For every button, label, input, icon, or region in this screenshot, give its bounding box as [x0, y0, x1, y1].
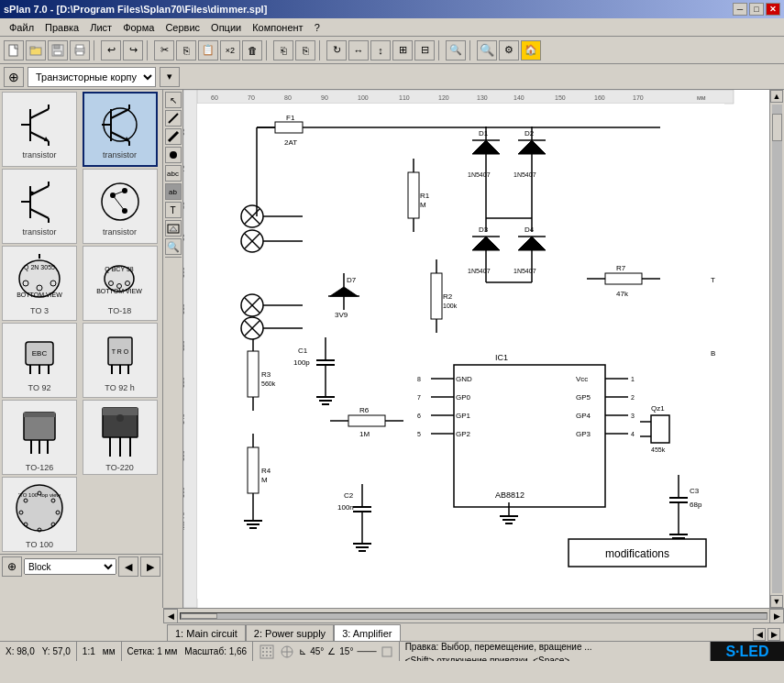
scroll-up-button[interactable]: ▲ — [770, 90, 783, 103]
tab-scroll-left[interactable]: ◀ — [753, 628, 766, 641]
ungroup-button[interactable]: ⊟ — [414, 40, 435, 61]
component-transistor-2[interactable]: transistor — [83, 92, 158, 167]
search-button[interactable]: 🔍 — [446, 40, 466, 61]
svg-text:T: T — [711, 276, 715, 284]
svg-text:70: 70 — [183, 165, 185, 172]
canvas-area[interactable]: 60 70 80 90 100 110 120 130 140 150 160 … — [183, 90, 784, 608]
minimize-button[interactable]: ─ — [733, 3, 747, 16]
repeat-button[interactable]: ×2 — [220, 40, 240, 61]
mirror-button[interactable]: ↔ — [348, 40, 369, 61]
zoom-in-button[interactable]: 🔍 — [477, 40, 497, 61]
print-button[interactable] — [70, 40, 90, 61]
menubar: Файл Правка Лист Форма Сервис Опции Комп… — [0, 18, 784, 37]
save-button[interactable] — [48, 40, 68, 61]
copy-button[interactable]: ⎘ — [176, 40, 196, 61]
open-button[interactable] — [26, 40, 46, 61]
vertical-scrollbar[interactable]: ▲ ▼ — [769, 90, 784, 608]
svg-text:Q  BCY 58: Q BCY 58 — [105, 266, 133, 273]
component-transistor-1[interactable]: transistor — [2, 92, 77, 167]
tab-amplifier[interactable]: 3: Amplifier — [334, 624, 400, 641]
svg-text:R4: R4 — [261, 467, 271, 475]
component-transistor-3[interactable]: transistor — [2, 169, 77, 244]
new-button[interactable] — [4, 40, 24, 61]
scroll-left-button[interactable]: ◀ — [163, 609, 178, 623]
svg-text:T R O: T R O — [111, 348, 128, 355]
menu-edit[interactable]: Правка — [39, 20, 84, 35]
junction-tool[interactable] — [165, 147, 182, 163]
scroll-right-button[interactable]: ▶ — [769, 609, 784, 623]
tab-main-circuit[interactable]: 1: Main circuit — [167, 624, 246, 641]
bus-tool[interactable] — [165, 128, 182, 145]
tab-scroll-right[interactable]: ▶ — [767, 628, 780, 641]
component-to126[interactable]: TO-126 — [2, 400, 77, 475]
component-selector[interactable]: Транзисторные корпуса — [28, 67, 156, 87]
scroll-down-button[interactable]: ▼ — [770, 595, 783, 608]
menu-service[interactable]: Сервис — [160, 20, 205, 35]
settings-button[interactable]: ⚙ — [499, 40, 519, 61]
label2-tool[interactable]: ab — [165, 183, 182, 200]
component-to100[interactable]: 'TO 100' top view TO 100 — [2, 477, 77, 552]
label-tool[interactable]: abc — [165, 165, 182, 182]
close-button[interactable]: ✕ — [766, 3, 780, 16]
svg-line-17 — [111, 109, 129, 118]
select-tool[interactable]: ↖ — [165, 92, 182, 108]
panel-right-button[interactable]: ▶ — [140, 556, 160, 577]
wire-tool[interactable] — [165, 110, 182, 127]
svg-point-288 — [262, 655, 264, 656]
scale-value: Масштаб: 1,66 — [184, 646, 247, 656]
component-to92h[interactable]: T R O TO 92 h — [83, 323, 158, 398]
svg-rect-5 — [54, 51, 61, 55]
scroll-thumb-h[interactable] — [181, 613, 217, 619]
panel-selector[interactable]: Block — [24, 558, 116, 575]
panel-left-button[interactable]: ◀ — [118, 556, 138, 577]
main-area: transistor transistor — [0, 90, 784, 608]
tab-power-supply[interactable]: 2: Power supply — [246, 624, 334, 641]
undo-button[interactable]: ↩ — [101, 40, 121, 61]
zoom-tool[interactable]: 🔍 — [165, 238, 182, 255]
rotate-button[interactable]: ↻ — [326, 40, 347, 61]
add-component-button[interactable]: ⊕ — [4, 67, 24, 87]
maximize-button[interactable]: □ — [749, 3, 764, 16]
hint-text: Правка: Выбор, перемещение, вращение ... — [405, 642, 592, 652]
scroll-thumb-v[interactable] — [772, 114, 782, 141]
delete-button[interactable]: 🗑 — [242, 40, 262, 61]
image-tool[interactable] — [165, 220, 182, 237]
paste-button[interactable]: 📋 — [198, 40, 218, 61]
component-transistor-4[interactable]: transistor — [83, 169, 158, 244]
scroll-track-v — [772, 105, 782, 593]
component-to18[interactable]: Q BCY 58 BOTTOM VIEW TO-18 — [83, 246, 158, 321]
svg-text:4: 4 — [631, 431, 635, 437]
menu-options[interactable]: Опции — [205, 20, 247, 35]
menu-component[interactable]: Компонент — [247, 20, 308, 35]
paste2-button[interactable]: ⎘ — [295, 40, 315, 61]
schematic-svg: 60 70 80 90 100 110 120 130 140 150 160 … — [183, 90, 784, 608]
group-button[interactable]: ⊞ — [392, 40, 413, 61]
flip-button[interactable]: ↕ — [370, 40, 391, 61]
svg-text:70: 70 — [248, 94, 255, 101]
svg-rect-8 — [76, 51, 83, 55]
svg-text:D3: D3 — [479, 226, 489, 234]
svg-text:D2: D2 — [525, 129, 535, 138]
panel-add-button[interactable]: ⊕ — [2, 556, 22, 577]
menu-file[interactable]: Файл — [4, 20, 39, 35]
cut-button[interactable]: ✂ — [154, 40, 174, 61]
component-to92[interactable]: EBC TO 92 — [2, 323, 77, 398]
component-label-to92h: TO 92 h — [105, 383, 134, 392]
svg-point-290 — [270, 655, 271, 656]
redo-button[interactable]: ↪ — [123, 40, 143, 61]
copy2-button[interactable]: ⎗ — [273, 40, 293, 61]
selector-dropdown[interactable]: ▾ — [160, 67, 180, 87]
svg-text:R6: R6 — [359, 406, 370, 414]
hint-section: Правка: Выбор, перемещение, вращение ...… — [400, 642, 711, 661]
menu-form[interactable]: Форма — [117, 20, 160, 35]
svg-rect-86 — [183, 90, 734, 104]
svg-text:GP5: GP5 — [576, 393, 591, 402]
svg-text:5: 5 — [417, 431, 421, 437]
home-button[interactable]: 🏠 — [521, 40, 541, 61]
menu-help[interactable]: ? — [309, 20, 326, 35]
svg-marker-85 — [170, 226, 177, 231]
component-to220[interactable]: TO-220 — [83, 400, 158, 475]
component-to3[interactable]: Q 2N 3055 BOTTOM VIEW TO 3 — [2, 246, 77, 321]
text-tool[interactable]: T — [165, 202, 182, 218]
menu-sheet[interactable]: Лист — [84, 20, 117, 35]
